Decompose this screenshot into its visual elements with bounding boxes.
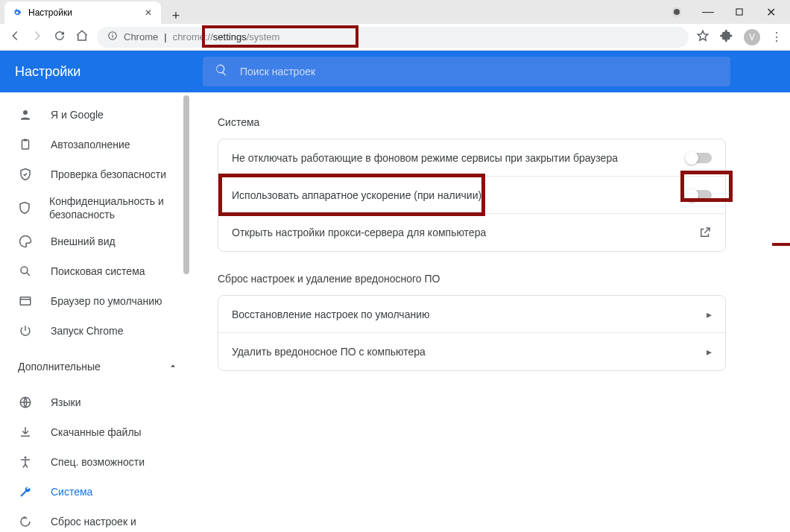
tab-close-icon[interactable]: ✕ (145, 7, 152, 18)
sidebar-item-languages[interactable]: Языки (0, 387, 191, 417)
browser-tab[interactable]: Настройки ✕ (4, 1, 161, 24)
close-window-button[interactable]: ✕ (762, 3, 780, 21)
globe-icon (18, 396, 33, 409)
window-icon (18, 294, 33, 308)
shield-check-icon (18, 168, 33, 181)
chevron-right-icon: ▸ (707, 308, 712, 320)
sidebar-item-system[interactable]: Система (0, 477, 191, 507)
sidebar-item-privacy[interactable]: Конфиденциальность и безопасность (0, 189, 191, 227)
forward-button[interactable] (30, 29, 45, 45)
chevron-up-icon (168, 361, 177, 373)
sidebar-item-on-startup[interactable]: Запуск Chrome (0, 316, 191, 346)
sidebar-item-safety-check[interactable]: Проверка безопасности (0, 159, 191, 189)
target-icon (668, 3, 686, 21)
reload-button[interactable] (52, 29, 67, 45)
address-bar[interactable]: Chrome | chrome://settings/system (97, 27, 689, 48)
sidebar-advanced-toggle[interactable]: Дополнительные (0, 352, 191, 381)
maximize-button[interactable] (730, 3, 748, 21)
svg-point-4 (23, 110, 28, 115)
window-controls: — ✕ (668, 0, 790, 24)
chevron-right-icon: ▸ (707, 346, 712, 358)
svg-rect-0 (736, 9, 742, 15)
sidebar-item-reset[interactable]: Сброс настроек и (0, 507, 191, 532)
arrow-annotation (772, 237, 790, 255)
tab-title: Настройки (28, 7, 72, 18)
home-button[interactable] (75, 29, 89, 45)
row-proxy-settings[interactable]: Открыть настройки прокси-сервера для ком… (218, 214, 725, 251)
toolbar-right: V ⋮ (696, 29, 783, 45)
restore-icon (18, 515, 33, 528)
gear-icon (12, 7, 22, 18)
svg-rect-5 (22, 140, 29, 149)
site-info-icon[interactable] (107, 31, 118, 43)
row-background-apps[interactable]: Не отключать работающие в фоновом режиме… (218, 139, 725, 177)
minimize-button[interactable]: — (699, 3, 717, 21)
system-card: Не отключать работающие в фоновом режиме… (218, 139, 726, 252)
svg-rect-3 (112, 34, 113, 34)
settings-header: Настройки (0, 51, 790, 92)
svg-rect-8 (20, 297, 31, 305)
new-tab-button[interactable]: + (165, 8, 186, 24)
svg-rect-6 (24, 139, 28, 142)
accessibility-icon (18, 455, 33, 469)
person-icon (18, 108, 33, 121)
clipboard-icon (18, 138, 33, 151)
row-cleanup[interactable]: Удалить вредоносное ПО с компьютера ▸ (218, 333, 725, 370)
svg-point-7 (21, 267, 28, 273)
svg-point-10 (25, 457, 27, 459)
power-icon (18, 324, 33, 338)
section-title-reset: Сброс настроек и удаление вредоносного П… (218, 273, 726, 285)
settings-sidebar: Я и Google Автозаполнение Проверка безоп… (0, 92, 191, 532)
url-text: chrome://settings/system (173, 31, 280, 42)
sidebar-scrollbar[interactable] (182, 95, 191, 532)
settings-content: Система Не отключать работающие в фоново… (191, 92, 790, 532)
wrench-icon (18, 485, 33, 498)
sidebar-item-default-browser[interactable]: Браузер по умолчанию (0, 286, 191, 316)
main-menu-button[interactable]: ⋮ (771, 30, 783, 44)
section-title-system: Система (218, 116, 726, 128)
sidebar-item-appearance[interactable]: Внешний вид (0, 227, 191, 256)
tab-strip: Настройки ✕ + (0, 0, 668, 24)
search-icon (18, 265, 33, 278)
sidebar-item-search-engine[interactable]: Поисковая система (0, 256, 191, 286)
sidebar-item-downloads[interactable]: Скачанные файлы (0, 417, 191, 447)
row-hardware-acceleration[interactable]: Использовать аппаратное ускорение (при н… (218, 177, 725, 214)
profile-avatar[interactable]: V (744, 29, 760, 45)
toggle-background-apps[interactable] (686, 153, 712, 163)
reset-card: Восстановление настроек по умолчанию ▸ У… (218, 295, 726, 371)
bookmark-star-icon[interactable] (696, 29, 710, 45)
toggle-hardware-acceleration[interactable] (686, 190, 712, 200)
browser-toolbar: Chrome | chrome://settings/system V ⋮ (0, 24, 790, 51)
svg-rect-2 (112, 35, 113, 38)
back-button[interactable] (7, 29, 22, 45)
sidebar-item-accessibility[interactable]: Спец. возможности (0, 447, 191, 477)
settings-search-input[interactable] (240, 66, 718, 77)
sidebar-item-you-and-google[interactable]: Я и Google (0, 100, 191, 130)
extensions-icon[interactable] (720, 29, 733, 45)
external-link-icon (698, 226, 712, 239)
shield-icon (18, 201, 31, 215)
search-icon (215, 63, 228, 80)
settings-search[interactable] (203, 57, 730, 86)
download-icon (18, 425, 33, 439)
row-restore-defaults[interactable]: Восстановление настроек по умолчанию ▸ (218, 296, 725, 333)
sidebar-item-autofill[interactable]: Автозаполнение (0, 130, 191, 159)
palette-icon (18, 235, 33, 248)
titlebar: Настройки ✕ + — ✕ (0, 0, 790, 24)
settings-brand-title: Настройки (0, 64, 203, 80)
site-label: Chrome (124, 31, 158, 42)
